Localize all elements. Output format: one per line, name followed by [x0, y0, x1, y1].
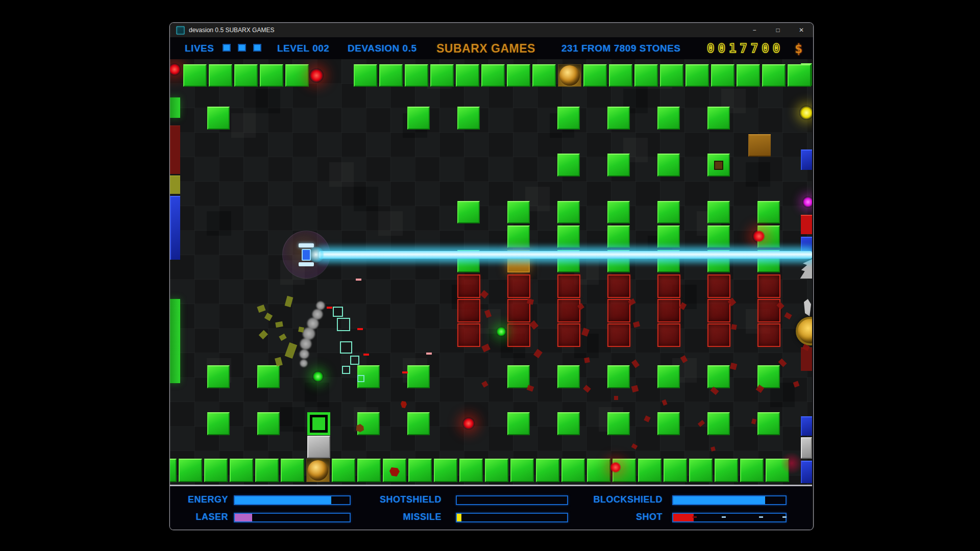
dp-entity	[356, 279, 361, 281]
g-entity	[557, 365, 580, 388]
dr-entity	[357, 328, 363, 330]
bls-entity	[801, 416, 812, 436]
g-entity	[459, 459, 483, 482]
g-entity	[407, 107, 430, 130]
drs-entity	[801, 347, 812, 371]
shard-entity	[533, 349, 543, 358]
shot-tick	[722, 516, 726, 518]
red-entity	[757, 323, 780, 347]
energy-label: ENERGY	[170, 494, 228, 505]
g-entity	[457, 201, 480, 223]
red-entity	[557, 323, 580, 347]
g-entity	[707, 107, 730, 130]
maximize-icon: □	[776, 27, 779, 34]
shard-entity	[631, 443, 638, 449]
g-entity	[737, 64, 760, 87]
close-button[interactable]: ✕	[790, 23, 813, 37]
shard-entity	[793, 381, 800, 388]
g-entity	[209, 64, 232, 87]
g-entity	[255, 459, 279, 482]
g-entity	[507, 64, 530, 87]
olvbit-entity	[275, 321, 283, 328]
maximize-button[interactable]: □	[766, 23, 790, 37]
red-entity	[507, 274, 530, 298]
g-entity	[689, 459, 713, 482]
glowc-entity	[780, 452, 803, 474]
td-entity	[746, 162, 770, 187]
olvbit-entity	[279, 334, 286, 341]
tealsq-entity	[340, 341, 352, 354]
g-entity	[740, 459, 764, 482]
red-entity	[757, 274, 780, 298]
g-entity	[583, 64, 607, 87]
g-entity	[507, 201, 530, 223]
shotshield-bar	[456, 495, 568, 505]
g-entity	[561, 459, 585, 482]
g-entity	[657, 201, 680, 223]
g-entity	[607, 201, 630, 223]
g-entity	[707, 365, 730, 388]
yellow-orb-entity	[799, 106, 812, 120]
td-entity	[354, 187, 378, 211]
olvbit-entity	[285, 342, 298, 359]
playfield[interactable]	[170, 59, 812, 485]
shard-entity	[527, 385, 534, 392]
bls-entity	[170, 196, 180, 260]
g-entity	[657, 412, 680, 435]
ball-entity	[559, 65, 580, 86]
title-bar[interactable]: devasion 0.5 SUBARX GAMES − □ ✕	[170, 23, 813, 38]
olvbit-entity	[259, 330, 268, 339]
g-entity	[660, 64, 683, 87]
minimize-button[interactable]: −	[743, 23, 766, 37]
g-entity	[507, 365, 530, 388]
shot-tick	[759, 516, 763, 518]
rds-entity	[801, 215, 812, 234]
missile-label: MISSILE	[359, 512, 442, 522]
g-entity	[657, 365, 680, 388]
g-entity	[434, 459, 457, 482]
g-entity	[607, 107, 630, 130]
red-entity	[557, 274, 580, 298]
g-entity	[607, 412, 630, 435]
olvbit-entity	[298, 327, 304, 333]
g-entity	[609, 64, 632, 87]
g-entity	[257, 365, 280, 388]
stones-counter: 231 FROM 7809 STONES	[561, 43, 681, 54]
tl-entity	[329, 162, 354, 187]
bls-entity	[801, 149, 812, 170]
life-square	[253, 44, 261, 52]
level-label: LEVEL 002	[277, 43, 329, 54]
g-entity	[536, 459, 559, 482]
g-entity	[510, 459, 534, 482]
g-entity	[664, 459, 687, 482]
tealsq-entity	[337, 318, 350, 331]
tealsq-entity	[350, 356, 359, 365]
life-square	[238, 44, 246, 52]
g-entity	[634, 64, 658, 87]
dr-entity	[402, 371, 408, 373]
g-entity	[715, 459, 738, 482]
tealsq-entity	[357, 375, 364, 382]
g-entity	[657, 154, 680, 177]
g-entity	[456, 64, 479, 87]
dp-entity	[426, 353, 432, 355]
cr1-entity	[401, 401, 407, 408]
g-entity	[332, 459, 355, 482]
tl-entity	[378, 211, 403, 236]
red-orb-entity	[462, 417, 475, 430]
currency-icon: $	[795, 41, 803, 56]
blockshield-bar	[672, 495, 787, 505]
olvbit-entity	[257, 305, 265, 313]
shot-tick	[782, 516, 787, 518]
lives-label: LIVES	[185, 43, 214, 54]
red-orb-entity	[309, 68, 324, 83]
g-entity	[711, 64, 734, 87]
red-entity	[457, 299, 480, 322]
red-entity	[757, 299, 780, 322]
g-entity	[557, 154, 580, 177]
g-entity	[607, 365, 630, 388]
g-entity	[207, 107, 230, 130]
hud-panel: ENERGYLASERSHOTSHIELDMISSILEBLOCKSHIELDS…	[170, 485, 812, 530]
g-entity	[788, 64, 811, 87]
g-entity	[685, 64, 709, 87]
